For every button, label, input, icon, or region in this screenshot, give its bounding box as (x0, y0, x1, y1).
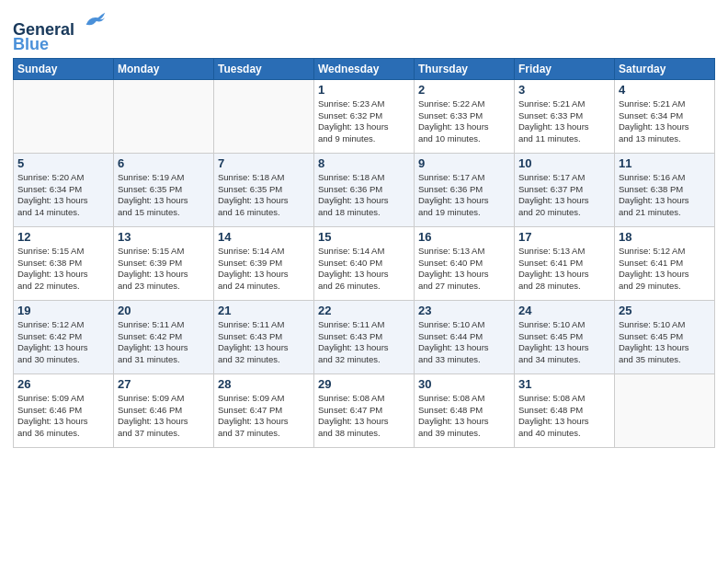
logo: General Blue (13, 9, 107, 52)
day-info: Sunrise: 5:11 AM Sunset: 6:43 PM Dayligh… (318, 319, 410, 366)
day-info: Sunrise: 5:10 AM Sunset: 6:44 PM Dayligh… (418, 319, 510, 366)
day-number: 11 (619, 156, 711, 170)
calendar-day-cell: 29Sunrise: 5:08 AM Sunset: 6:47 PM Dayli… (314, 373, 415, 447)
day-info: Sunrise: 5:12 AM Sunset: 6:42 PM Dayligh… (17, 319, 109, 366)
calendar-day-cell: 17Sunrise: 5:13 AM Sunset: 6:41 PM Dayli… (515, 226, 615, 300)
day-info: Sunrise: 5:18 AM Sunset: 6:35 PM Dayligh… (218, 172, 310, 219)
day-info: Sunrise: 5:19 AM Sunset: 6:35 PM Dayligh… (118, 172, 210, 219)
day-number: 5 (17, 156, 109, 170)
header: General Blue (13, 9, 715, 52)
day-info: Sunrise: 5:20 AM Sunset: 6:34 PM Dayligh… (17, 172, 109, 219)
calendar-day-cell: 31Sunrise: 5:08 AM Sunset: 6:48 PM Dayli… (515, 373, 615, 447)
weekday-header-thursday: Thursday (415, 58, 515, 79)
calendar-week-row: 1Sunrise: 5:23 AM Sunset: 6:32 PM Daylig… (14, 79, 715, 153)
day-number: 4 (619, 83, 711, 97)
calendar-day-cell: 30Sunrise: 5:08 AM Sunset: 6:48 PM Dayli… (415, 373, 515, 447)
day-info: Sunrise: 5:10 AM Sunset: 6:45 PM Dayligh… (518, 319, 610, 366)
day-info: Sunrise: 5:23 AM Sunset: 6:32 PM Dayligh… (318, 98, 410, 145)
day-number: 3 (518, 83, 610, 97)
calendar-week-row: 5Sunrise: 5:20 AM Sunset: 6:34 PM Daylig… (14, 153, 715, 226)
day-info: Sunrise: 5:15 AM Sunset: 6:39 PM Dayligh… (118, 246, 210, 293)
calendar-day-cell: 15Sunrise: 5:14 AM Sunset: 6:40 PM Dayli… (314, 226, 415, 300)
day-number: 7 (218, 156, 310, 170)
day-number: 31 (518, 377, 610, 391)
calendar-day-cell (615, 373, 715, 447)
day-info: Sunrise: 5:13 AM Sunset: 6:41 PM Dayligh… (518, 246, 610, 293)
calendar-day-cell: 11Sunrise: 5:16 AM Sunset: 6:38 PM Dayli… (615, 153, 715, 226)
calendar-day-cell (14, 79, 114, 153)
calendar-day-cell: 13Sunrise: 5:15 AM Sunset: 6:39 PM Dayli… (114, 226, 214, 300)
day-number: 10 (518, 156, 610, 170)
calendar-day-cell: 26Sunrise: 5:09 AM Sunset: 6:46 PM Dayli… (14, 373, 114, 447)
calendar-day-cell: 5Sunrise: 5:20 AM Sunset: 6:34 PM Daylig… (14, 153, 114, 226)
day-info: Sunrise: 5:13 AM Sunset: 6:40 PM Dayligh… (418, 246, 510, 293)
weekday-header-row: SundayMondayTuesdayWednesdayThursdayFrid… (14, 58, 715, 79)
calendar-table: SundayMondayTuesdayWednesdayThursdayFrid… (13, 58, 715, 448)
calendar-day-cell: 20Sunrise: 5:11 AM Sunset: 6:42 PM Dayli… (114, 300, 214, 373)
day-number: 15 (318, 230, 410, 244)
day-number: 2 (418, 83, 510, 97)
logo-bird-icon (81, 9, 107, 35)
day-info: Sunrise: 5:09 AM Sunset: 6:47 PM Dayligh… (218, 393, 310, 440)
day-number: 20 (118, 304, 210, 317)
calendar-day-cell: 14Sunrise: 5:14 AM Sunset: 6:39 PM Dayli… (214, 226, 314, 300)
day-number: 16 (418, 230, 510, 244)
calendar-day-cell: 22Sunrise: 5:11 AM Sunset: 6:43 PM Dayli… (314, 300, 415, 373)
day-number: 14 (218, 230, 310, 244)
calendar-day-cell: 8Sunrise: 5:18 AM Sunset: 6:36 PM Daylig… (314, 153, 415, 226)
day-number: 28 (218, 377, 310, 391)
calendar-day-cell: 3Sunrise: 5:21 AM Sunset: 6:33 PM Daylig… (515, 79, 615, 153)
day-number: 12 (17, 230, 109, 244)
day-info: Sunrise: 5:08 AM Sunset: 6:48 PM Dayligh… (518, 393, 610, 440)
calendar-day-cell: 6Sunrise: 5:19 AM Sunset: 6:35 PM Daylig… (114, 153, 214, 226)
day-info: Sunrise: 5:22 AM Sunset: 6:33 PM Dayligh… (418, 98, 510, 145)
day-info: Sunrise: 5:11 AM Sunset: 6:42 PM Dayligh… (118, 319, 210, 366)
day-number: 17 (518, 230, 610, 244)
day-number: 19 (17, 304, 109, 317)
day-number: 27 (118, 377, 210, 391)
day-number: 25 (619, 304, 711, 317)
weekday-header-saturday: Saturday (615, 58, 715, 79)
calendar-day-cell: 1Sunrise: 5:23 AM Sunset: 6:32 PM Daylig… (314, 79, 415, 153)
page: General Blue SundayMondayTuesdayWednesda… (0, 0, 728, 563)
calendar-day-cell (114, 79, 214, 153)
weekday-header-sunday: Sunday (14, 58, 114, 79)
day-number: 8 (318, 156, 410, 170)
calendar-day-cell: 10Sunrise: 5:17 AM Sunset: 6:37 PM Dayli… (515, 153, 615, 226)
day-number: 22 (318, 304, 410, 317)
day-number: 18 (619, 230, 711, 244)
day-info: Sunrise: 5:09 AM Sunset: 6:46 PM Dayligh… (17, 393, 109, 440)
day-info: Sunrise: 5:21 AM Sunset: 6:34 PM Dayligh… (619, 98, 711, 145)
day-number: 9 (418, 156, 510, 170)
weekday-header-wednesday: Wednesday (314, 58, 415, 79)
calendar-day-cell: 9Sunrise: 5:17 AM Sunset: 6:36 PM Daylig… (415, 153, 515, 226)
calendar-day-cell: 12Sunrise: 5:15 AM Sunset: 6:38 PM Dayli… (14, 226, 114, 300)
day-info: Sunrise: 5:08 AM Sunset: 6:47 PM Dayligh… (318, 393, 410, 440)
day-info: Sunrise: 5:08 AM Sunset: 6:48 PM Dayligh… (418, 393, 510, 440)
day-number: 23 (418, 304, 510, 317)
calendar-day-cell: 25Sunrise: 5:10 AM Sunset: 6:45 PM Dayli… (615, 300, 715, 373)
calendar-day-cell (214, 79, 314, 153)
day-number: 26 (17, 377, 109, 391)
day-info: Sunrise: 5:18 AM Sunset: 6:36 PM Dayligh… (318, 172, 410, 219)
day-info: Sunrise: 5:21 AM Sunset: 6:33 PM Dayligh… (518, 98, 610, 145)
day-info: Sunrise: 5:14 AM Sunset: 6:40 PM Dayligh… (318, 246, 410, 293)
day-number: 6 (118, 156, 210, 170)
day-number: 29 (318, 377, 410, 391)
calendar-day-cell: 24Sunrise: 5:10 AM Sunset: 6:45 PM Dayli… (515, 300, 615, 373)
day-number: 24 (518, 304, 610, 317)
calendar-day-cell: 23Sunrise: 5:10 AM Sunset: 6:44 PM Dayli… (415, 300, 515, 373)
weekday-header-tuesday: Tuesday (214, 58, 314, 79)
calendar-day-cell: 19Sunrise: 5:12 AM Sunset: 6:42 PM Dayli… (14, 300, 114, 373)
day-number: 1 (318, 83, 410, 97)
day-number: 30 (418, 377, 510, 391)
day-info: Sunrise: 5:09 AM Sunset: 6:46 PM Dayligh… (118, 393, 210, 440)
calendar-day-cell: 2Sunrise: 5:22 AM Sunset: 6:33 PM Daylig… (415, 79, 515, 153)
day-info: Sunrise: 5:17 AM Sunset: 6:37 PM Dayligh… (518, 172, 610, 219)
day-info: Sunrise: 5:17 AM Sunset: 6:36 PM Dayligh… (418, 172, 510, 219)
calendar-day-cell: 18Sunrise: 5:12 AM Sunset: 6:41 PM Dayli… (615, 226, 715, 300)
day-info: Sunrise: 5:12 AM Sunset: 6:41 PM Dayligh… (619, 246, 711, 293)
day-info: Sunrise: 5:10 AM Sunset: 6:45 PM Dayligh… (619, 319, 711, 366)
calendar-week-row: 26Sunrise: 5:09 AM Sunset: 6:46 PM Dayli… (14, 373, 715, 447)
day-number: 13 (118, 230, 210, 244)
